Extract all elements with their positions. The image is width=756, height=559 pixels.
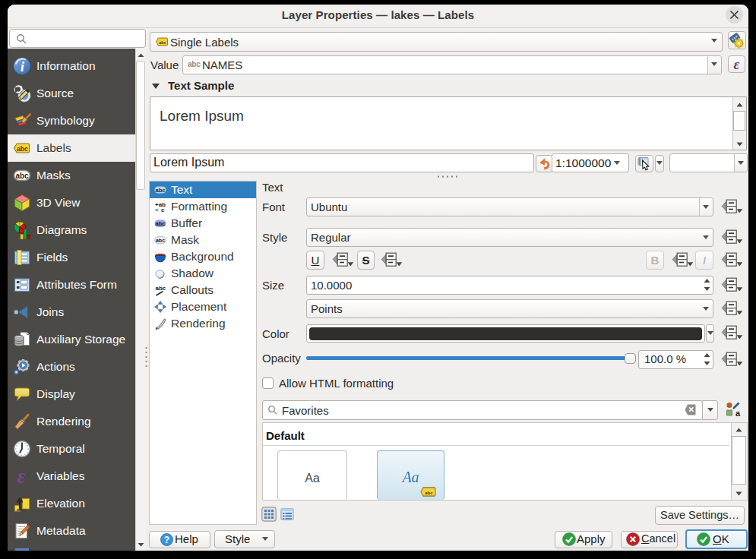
svg-text:c: c	[161, 207, 165, 213]
svg-text:abc: abc	[15, 172, 29, 180]
svg-text:i: i	[21, 58, 25, 74]
svg-text:a: a	[735, 409, 741, 418]
svg-text:abc: abc	[156, 238, 165, 243]
svg-text:ε: ε	[17, 467, 25, 485]
svg-text:<: <	[155, 207, 159, 213]
svg-text:abc: abc	[17, 145, 28, 153]
svg-text:abc: abc	[156, 220, 166, 227]
svg-text:abc: abc	[425, 491, 433, 495]
svg-text:abc: abc	[156, 187, 166, 194]
svg-text:?: ?	[164, 535, 169, 545]
svg-text:abc: abc	[159, 40, 166, 45]
svg-text:abc: abc	[156, 285, 166, 292]
